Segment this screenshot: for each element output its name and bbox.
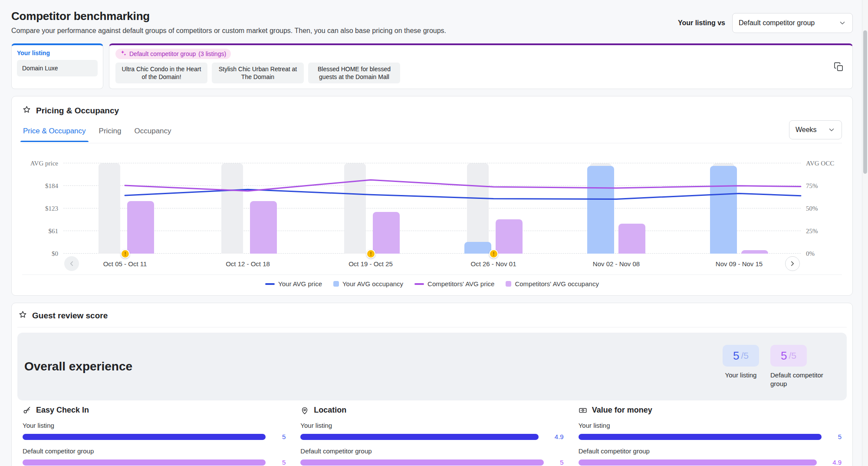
chart-tabs: Price & OccupancyPricingOccupancy <box>22 122 172 142</box>
warning-icon: ! <box>121 249 130 258</box>
metric-bar-track <box>300 459 543 466</box>
pricing-section-header: Pricing & Occupancy <box>22 105 842 116</box>
metric-value: 5 <box>272 459 286 466</box>
period-dropdown[interactable]: Weeks <box>789 120 842 139</box>
metric-header: Easy Check In <box>23 406 286 415</box>
compare-controls: Your listing vs Default competitor group <box>678 13 853 33</box>
scrollbar-thumb[interactable] <box>863 30 867 174</box>
your-listing-tab[interactable]: Your listing <box>17 50 98 56</box>
square-swatch <box>506 281 511 287</box>
score-denominator: /5 <box>741 350 749 361</box>
competitor-listing-chips: Ultra Chic Condo in the Heart of the Dom… <box>115 63 846 83</box>
tab-price-occupancy[interactable]: Price & Occupancy <box>22 122 87 142</box>
chart-next-button[interactable] <box>785 256 800 271</box>
legend-label: Your AVG price <box>278 280 322 288</box>
metric-value: 5 <box>272 433 286 440</box>
metric-bar-track <box>579 434 822 440</box>
axis-tick: $184 <box>45 182 58 190</box>
page-title-block: Competitor benchmarking Compare your per… <box>11 10 446 35</box>
review-metrics: Easy Check InYour listing5Default compet… <box>17 406 847 466</box>
chart-prev-button[interactable] <box>64 256 79 271</box>
metric-value: 4.9 <box>828 459 842 466</box>
metric-row-label: Default competitor group <box>579 447 842 455</box>
competitor-benchmarking-page: Competitor benchmarking Compare your per… <box>0 0 862 466</box>
metric-bar-row: 5 <box>579 433 842 440</box>
metric-header: Value for money <box>579 406 842 415</box>
your-avg-price-line <box>125 190 801 199</box>
metric-bar-row: 5 <box>23 459 286 466</box>
key-icon <box>23 406 31 415</box>
chevron-down-icon <box>838 19 846 27</box>
legend-item: Competitors' AVG occupancy <box>506 280 599 288</box>
overall-scores: 5/5Your listing5/5Default competitor gro… <box>723 345 835 389</box>
avg-price-lines <box>63 163 801 254</box>
pricing-section-title: Pricing & Occupancy <box>36 106 119 116</box>
banknote-icon <box>579 406 587 415</box>
chart-tabs-row: Price & OccupancyPricingOccupancy Weeks <box>22 120 842 143</box>
metric-bar-blue <box>300 434 539 440</box>
price-axis: AVG price$184$123$61$0 <box>22 163 63 254</box>
page-subtitle: Compare your performance against default… <box>11 27 446 35</box>
axis-tick: $61 <box>49 228 59 235</box>
x-axis-label: Oct 26 - Nov 01 <box>470 260 516 268</box>
competitor-listing-chip[interactable]: Stylish Chic Urban Retreat at The Domain <box>212 63 304 83</box>
metric-row-label: Default competitor group <box>23 447 286 455</box>
metric-value: 5 <box>828 433 842 440</box>
metric-row-label: Your listing <box>23 422 286 429</box>
x-axis-label: Oct 19 - Oct 25 <box>349 260 393 268</box>
competitor-group-card: Default competitor group (3 listings) Ul… <box>109 43 853 89</box>
competitor-listing-chip[interactable]: Blessed HOME for blessed guests at the D… <box>308 63 400 83</box>
axis-tick: 0% <box>806 250 815 258</box>
price-occupancy-chart: AVG price$184$123$61$0 !!!Oct 05 - Oct 1… <box>22 163 842 254</box>
axis-tick: $0 <box>52 250 58 258</box>
metric-bar-track <box>579 459 822 466</box>
your-listing-chip[interactable]: Domain Luxe <box>17 60 98 76</box>
competitors-avg-price-line <box>125 180 801 192</box>
score-denominator: /5 <box>789 350 796 361</box>
line-swatch <box>414 283 424 285</box>
overall-score-blue: 5/5Your listing <box>723 345 759 380</box>
metric-value-for-money: Value for moneyYour listing5Default comp… <box>579 406 842 466</box>
occupancy-axis: AVG OCC75%50%25%0% <box>801 163 842 254</box>
metric-title: Value for money <box>592 406 652 415</box>
metric-bar-track <box>300 434 543 440</box>
metric-bar-purple <box>23 459 266 466</box>
page-scrollbar[interactable] <box>862 0 868 466</box>
competitor-group-dropdown-value: Default competitor group <box>739 19 815 27</box>
chevron-down-icon <box>828 126 835 134</box>
metric-bar-purple <box>300 459 543 466</box>
warning-icon: ! <box>366 249 375 258</box>
legend-label: Your AVG occupancy <box>342 280 403 288</box>
score-label: Your listing <box>725 371 757 380</box>
pricing-occupancy-section: Pricing & Occupancy Price & OccupancyPri… <box>11 96 853 296</box>
tab-occupancy[interactable]: Occupancy <box>134 122 172 142</box>
period-dropdown-value: Weeks <box>796 126 817 134</box>
metric-title: Easy Check In <box>36 406 89 415</box>
line-swatch <box>265 283 275 285</box>
overall-score-purple: 5/5Default competitor group <box>770 345 835 389</box>
overall-experience-heading: Overall experience <box>24 360 132 373</box>
axis-title: AVG price <box>30 160 58 167</box>
metric-location: LocationYour listing4.9Default competito… <box>300 406 563 466</box>
copy-icon[interactable] <box>834 62 844 72</box>
tab-pricing[interactable]: Pricing <box>98 122 122 142</box>
legend-item: Competitors' AVG price <box>414 280 494 288</box>
competitor-listing-chip[interactable]: Ultra Chic Condo in the Heart of the Dom… <box>115 63 207 83</box>
metric-bar-track <box>23 434 266 440</box>
score-label: Default competitor group <box>770 371 835 389</box>
metric-bar-purple <box>579 459 817 466</box>
metric-value: 4.9 <box>550 433 564 440</box>
metric-bar-row: 5 <box>23 433 286 440</box>
legend-item: Your AVG price <box>265 280 322 288</box>
x-axis-label: Oct 12 - Oct 18 <box>226 260 270 268</box>
axis-tick: 75% <box>806 182 818 190</box>
star-icon <box>18 310 27 321</box>
location-pin-icon <box>300 406 309 415</box>
competitor-group-dropdown[interactable]: Default competitor group <box>732 13 853 33</box>
x-axis-label: Oct 05 - Oct 11 <box>103 260 147 268</box>
warning-icon: ! <box>489 249 498 258</box>
your-listing-card: Your listing Domain Luxe <box>11 43 103 89</box>
axis-tick: 25% <box>806 228 818 235</box>
badge-text: Default competitor group <box>129 50 196 57</box>
competitor-group-badge: Default competitor group (3 listings) <box>115 49 231 59</box>
